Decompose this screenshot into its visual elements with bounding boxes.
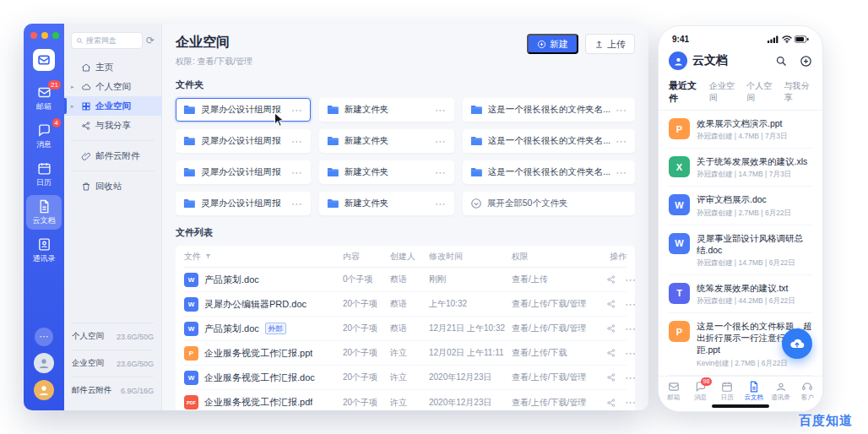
folder-more-button[interactable]: ⋯ — [291, 136, 303, 147]
avatar[interactable] — [669, 52, 687, 70]
nav-item-recycle-bin[interactable]: 回收站 — [64, 176, 161, 196]
file-meta: 孙冠森创建 | 4.7MB | 7月3日 — [697, 132, 787, 142]
nav-item-mail-attachments[interactable]: 邮件云附件 — [64, 146, 161, 165]
folder-more-button[interactable]: ⋯ — [435, 167, 447, 178]
sync-icon[interactable]: ⟳ — [146, 35, 155, 46]
file-name[interactable]: 灵犀办公编辑器PRD.doc — [204, 298, 307, 311]
share-button[interactable] — [606, 348, 616, 358]
folder-card[interactable]: 新建文件夹 ⋯ — [319, 98, 454, 122]
row-more-button[interactable]: ⋯ — [625, 274, 637, 285]
folder-more-button[interactable]: ⋯ — [435, 136, 447, 147]
folder-card[interactable]: 这是一个很长很长的文件夹名... ⋯ — [463, 129, 635, 153]
nav-item-shared-with-me[interactable]: 与我分享 — [64, 116, 161, 135]
column-header-permission[interactable]: 权限 — [512, 251, 606, 263]
tabbar-item-contacts[interactable]: 通讯录 — [768, 381, 795, 411]
folder-card[interactable]: 灵犀办公设计组周报 ⋯ — [176, 98, 311, 122]
share-button[interactable] — [606, 323, 616, 334]
avatar[interactable] — [34, 353, 54, 373]
folder-name: 新建文件夹 — [344, 198, 430, 209]
column-header-modified[interactable]: 修改时间 — [429, 251, 512, 263]
cloud-upload-fab[interactable] — [782, 328, 812, 359]
folder-more-button[interactable]: ⋯ — [616, 136, 627, 147]
app-sidebar: 21 邮箱 4 消息 日历 云文档 — [24, 24, 64, 410]
folder-more-button[interactable]: ⋯ — [291, 167, 303, 178]
folder-card[interactable]: 这是一个很长很长的文件夹名... ⋯ — [463, 160, 635, 184]
table-row[interactable]: P 企业服务视觉工作汇报.ppt 20个子项 许立 12月02日 上午11:11… — [184, 341, 627, 366]
search-icon[interactable] — [775, 55, 788, 68]
column-header-creator[interactable]: 创建人 — [390, 251, 429, 263]
nav-item-home[interactable]: 主页 — [64, 57, 161, 77]
tabbar-item-customer[interactable]: 客户 — [794, 381, 821, 411]
row-more-button[interactable]: ⋯ — [625, 323, 637, 334]
share-button[interactable] — [606, 372, 616, 382]
table-row[interactable]: W 企业服务视觉工作汇报.doc 20个子项 许立 2020年12月23日 查看… — [184, 366, 627, 390]
search-input[interactable] — [86, 36, 138, 45]
folder-card[interactable]: 灵犀办公设计组周报 ⋯ — [176, 192, 311, 215]
nav-item-enterprise-space[interactable]: ▸ 企业空间 — [64, 96, 161, 116]
tab-personal-space[interactable]: 个人空间 — [746, 80, 774, 104]
avatar[interactable] — [34, 380, 54, 400]
folder-more-button[interactable]: ⋯ — [291, 198, 303, 209]
upload-button[interactable]: 上传 — [585, 34, 635, 54]
folder-card[interactable]: 新建文件夹 ⋯ — [319, 129, 454, 153]
file-name[interactable]: 企业服务视觉工作汇报.ppt — [204, 347, 312, 360]
sidebar-item-calendar[interactable]: 日历 — [26, 157, 62, 192]
list-item[interactable]: P 效果展示文档演示.ppt 孙冠森创建 | 4.7MB | 7月3日 — [669, 111, 812, 149]
sidebar-item-contacts[interactable]: 通讯录 — [26, 233, 62, 268]
tab-recent-files[interactable]: 最近文件 — [669, 79, 700, 105]
folder-card[interactable]: 灵犀办公设计组周报 ⋯ — [176, 129, 311, 153]
folder-card[interactable]: 新建文件夹 ⋯ — [319, 192, 454, 215]
minimize-button[interactable] — [41, 32, 48, 39]
tabbar-item-mail[interactable]: 邮箱 — [660, 381, 687, 411]
expand-all-folders-button[interactable]: 展开全部50个文件夹 — [463, 192, 635, 215]
nav-item-personal-space[interactable]: ▸ 个人空间 — [64, 77, 161, 96]
folder-card[interactable]: 这是一个很长很长的文件夹名... ⋯ — [463, 98, 635, 122]
folder-card[interactable]: 灵犀办公设计组周报 ⋯ — [176, 160, 311, 184]
sidebar-item-clouddocs[interactable]: 云文档 — [26, 195, 62, 230]
file-name[interactable]: 企业服务视觉工作汇报.pdf — [204, 396, 312, 409]
folder-more-button[interactable]: ⋯ — [435, 198, 447, 209]
file-name[interactable]: 产品策划.doc — [204, 323, 259, 335]
list-item[interactable]: W 灵犀事业部设计风格调研总结.doc 孙冠森创建 | 14.7MB | 6月2… — [669, 225, 812, 275]
add-icon[interactable] — [800, 55, 812, 68]
folder-more-button[interactable]: ⋯ — [435, 105, 447, 116]
sidebar-item-mail[interactable]: 21 邮箱 — [26, 81, 62, 116]
tab-shared-with-me[interactable]: 与我分享 — [784, 80, 812, 104]
table-row[interactable]: W 灵犀办公编辑器PRD.doc 20个子项 蔡语 上午10:32 查看/上传/… — [184, 292, 627, 317]
expand-caret-icon[interactable]: ▸ — [71, 103, 77, 110]
share-button[interactable] — [606, 274, 616, 285]
list-item[interactable]: W 评审文档展示.doc 孙冠森创建 | 2.7MB | 6月22日 — [669, 187, 812, 225]
list-item[interactable]: T 统筹发展效果的建议.txt 孙冠森创建 | 44.2MB | 6月22日 — [669, 275, 812, 313]
expand-caret-icon[interactable]: ▸ — [71, 84, 77, 90]
filter-icon[interactable] — [204, 252, 212, 260]
close-button[interactable] — [30, 32, 37, 39]
folder-more-button[interactable]: ⋯ — [616, 105, 627, 116]
row-more-button[interactable]: ⋯ — [625, 372, 637, 383]
zoom-button[interactable] — [52, 32, 59, 39]
list-item[interactable]: X 关于统筹发展效果的建议.xls 孙冠森创建 | 14.7MB | 7月3日 — [669, 149, 812, 187]
column-header-file[interactable]: 文件 — [184, 251, 201, 263]
row-more-button[interactable]: ⋯ — [625, 348, 637, 359]
table-row[interactable]: PDF 企业服务视觉工作汇报.pdf 20个子项 许立 2020年12月23日 … — [184, 390, 627, 410]
folder-card[interactable]: 新建文件夹 ⋯ — [319, 160, 454, 184]
sidebar-item-messages[interactable]: 4 消息 — [26, 119, 62, 154]
folder-more-button[interactable]: ⋯ — [616, 167, 627, 178]
table-row[interactable]: W 产品策划.doc 外部 20个子项 蔡语 12月21日 上午10:32 查看… — [184, 317, 627, 341]
new-button[interactable]: 新建 — [527, 34, 578, 54]
tabbar-item-messages[interactable]: 98 消息 — [687, 381, 714, 411]
tab-enterprise-space[interactable]: 企业空间 — [709, 80, 737, 104]
search-box[interactable] — [71, 32, 143, 49]
file-name[interactable]: 企业服务视觉工作汇报.doc — [204, 372, 315, 384]
share-button[interactable] — [606, 398, 616, 408]
column-header-content[interactable]: 内容 — [343, 251, 390, 263]
row-more-button[interactable]: ⋯ — [625, 299, 637, 310]
cloud-doc-icon — [748, 381, 760, 393]
folder-more-button[interactable]: ⋯ — [291, 105, 303, 116]
share-button[interactable] — [606, 299, 616, 309]
word-file-icon: W — [184, 297, 198, 312]
row-more-button[interactable]: ⋯ — [625, 397, 637, 408]
ppt-file-icon: P — [669, 118, 690, 139]
table-row[interactable]: W 产品策划.doc 0个子项 蔡语 刚刚 查看/上传 ⋯ — [184, 268, 627, 292]
more-options-button[interactable]: ⋯ — [35, 328, 53, 346]
file-name[interactable]: 产品策划.doc — [204, 274, 259, 286]
